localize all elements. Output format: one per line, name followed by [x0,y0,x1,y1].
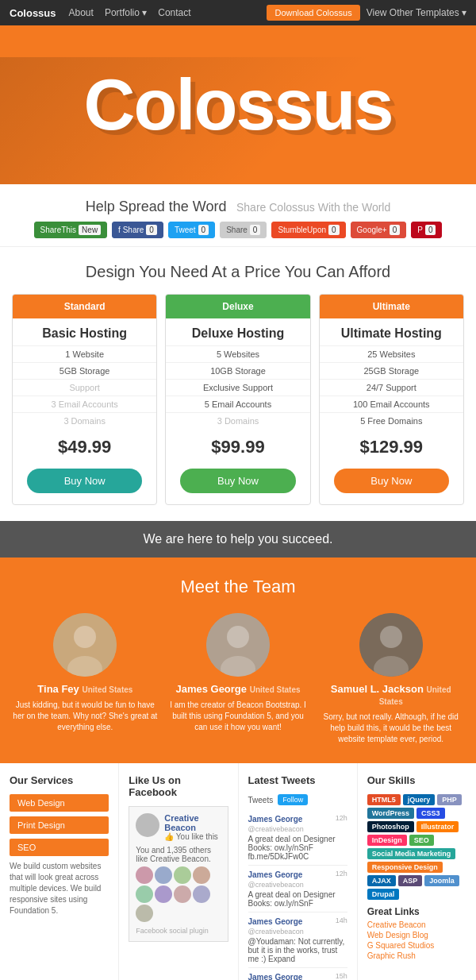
card-feature: 5GB Storage [13,362,156,379]
services-description: We build custom websites that will look … [10,861,109,916]
avatar-image [359,613,423,677]
facebook-plugin-label: Facebook social plugin [136,927,221,935]
fb-mini-avatar [193,866,210,884]
card-feature: 5 Free Domains [320,412,463,429]
card-feature: 5 Email Accounts [166,395,309,412]
spread-section: Help Spread the Word Share Colossus With… [0,184,476,247]
spread-subtitle: Share Colossus With the World [236,201,390,214]
fb-mini-avatar [136,866,153,884]
social-buttons: ShareThis New f Share 0 Tweet 0 Share 0 … [16,222,460,238]
tweet-handle: @creativebeacon [248,881,304,889]
svg-point-7 [380,626,402,648]
member-name: James George United States [166,683,311,695]
card-plan-name: Deluxe Hosting [166,318,309,345]
tweet-item: 15h James George @creativebeacon What ma… [248,968,347,980]
tweet-time: 15h [336,972,347,980]
hero-section: Colossus [0,25,476,184]
nav-logo: Colossus [10,7,56,19]
facebook-widget: Creative Beacon 👍 You like this You and … [129,806,228,942]
fb-mini-avatar [174,866,191,884]
facebook-avatars [136,866,221,922]
card-header: Ultimate [320,295,463,318]
card-feature: Exclusive Support [166,379,309,395]
pricing-card-standard: Standard Basic Hosting 1 Website5GB Stor… [12,294,157,505]
download-button[interactable]: Download Colossus [267,5,359,21]
card-feature: 5 Websites [166,345,309,362]
gshare-button[interactable]: Share 0 [220,222,267,238]
tweet-author[interactable]: James George [248,973,303,980]
svg-point-4 [227,626,249,648]
skill-tag: Drupal [367,889,400,900]
portfolio-arrow-icon: ▾ [142,7,147,18]
buy-now-button[interactable]: Buy Now [334,469,449,493]
avatar-image [206,613,270,677]
team-members: Tina Fey United States Just kidding, but… [13,613,463,745]
hero-title: Colossus [83,64,392,146]
card-feature: 25GB Storage [320,362,463,379]
great-link[interactable]: G Squared Studios [367,941,466,950]
buy-now-button[interactable]: Buy Now [27,469,142,493]
great-link[interactable]: Creative Beacon [367,920,466,929]
services-list: Web DesignPrint DesignSEO [10,794,109,856]
facebook-share-button[interactable]: f Share 0 [112,222,163,238]
tweets-label: Tweets [248,796,274,804]
follow-button[interactable]: Follow [278,794,308,805]
nav-about[interactable]: About [69,7,94,18]
tweets-header: Tweets Follow [248,794,347,805]
card-feature: 3 Domains [13,412,156,429]
skills-column: Our Skills HTML5jQueryPHPWordPressCSS3Ph… [358,763,476,980]
member-country: United States [82,685,132,694]
tweet-button[interactable]: Tweet 0 [168,222,215,238]
skill-tag: CSS3 [416,808,445,819]
card-feature: 10GB Storage [166,362,309,379]
tweet-item: 14h James George @creativebeacon @Youdam… [248,912,347,968]
svg-point-1 [74,626,96,648]
templates-arrow-icon: ▾ [462,7,466,18]
tweet-author[interactable]: James George [248,917,303,926]
member-name: Samuel L. Jackson United States [318,683,463,707]
avatar [206,613,270,677]
nav-contact[interactable]: Contact [158,7,190,18]
team-member: James George United States I am the crea… [166,613,311,745]
service-item[interactable]: Print Design [10,816,109,834]
tweet-handle: @creativebeacon [248,928,304,936]
fb-mini-avatar [174,885,191,903]
skill-tag: Illustrator [416,821,459,832]
card-price: $129.99 [320,429,463,462]
services-title: Our Services [10,774,109,786]
card-feature: 24/7 Support [320,379,463,395]
skill-tag: WordPress [367,808,414,819]
nav-templates-link[interactable]: View Other Templates ▾ [367,7,466,18]
great-link[interactable]: Web Design Blog [367,931,466,939]
nav-portfolio[interactable]: Portfolio ▾ [105,7,147,18]
card-price: $49.99 [13,429,156,462]
member-country: United States [379,685,451,706]
service-item[interactable]: SEO [10,839,109,856]
googleplus-button[interactable]: Google+ 0 [351,222,407,238]
team-member: Tina Fey United States Just kidding, but… [13,613,158,745]
pricing-card-ultimate: Ultimate Ultimate Hosting 25 Websites25G… [319,294,464,505]
great-link[interactable]: Graphic Rush [367,951,466,960]
skill-tag: ASP [398,875,423,886]
tweet-author[interactable]: James George [248,815,303,824]
buy-now-button[interactable]: Buy Now [180,469,295,493]
service-item[interactable]: Web Design [10,794,109,812]
pricing-headline: Design You Need At a Price You Can Affor… [12,263,464,281]
pinterest-button[interactable]: P 0 [411,222,442,238]
skill-tag: PHP [437,794,462,805]
nav-links: About Portfolio ▾ Contact [69,7,267,18]
avatar-image [53,613,117,677]
card-feature: 100 Email Accounts [320,395,463,412]
member-bio: Just kidding, but it would be fun to hav… [13,700,158,733]
facebook-column: Like Us on Facebook Creative Beacon 👍 Yo… [119,763,238,980]
sharethis-button[interactable]: ShareThis New [34,222,108,238]
stumble-button[interactable]: StumbleUpon 0 [271,222,345,238]
facebook-count: You and 1,395 others like Creative Beaco… [136,846,221,863]
pricing-cards: Standard Basic Hosting 1 Website5GB Stor… [12,294,464,505]
team-heading: Meet the Team [13,577,463,597]
skills-title: Our Skills [367,774,466,786]
skill-tag: Joomla [424,875,459,886]
tweet-time: 12h [336,814,347,822]
tweet-author[interactable]: James George [248,870,303,879]
tweet-item: 12h James George @creativebeacon A great… [248,866,347,912]
